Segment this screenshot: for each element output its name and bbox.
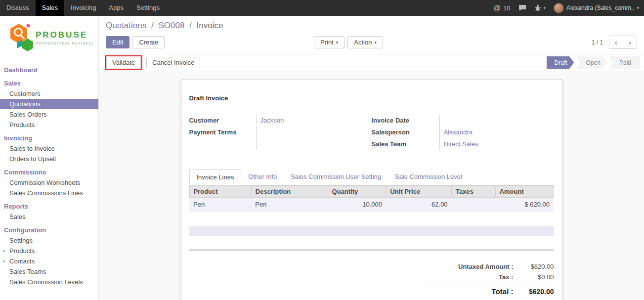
action-button[interactable]: Action▾	[347, 36, 383, 48]
sidebar-item-sales-commissions-lines[interactable]: Sales Commissions Lines	[0, 188, 98, 198]
status-steps: Draft Open Paid	[546, 56, 640, 69]
nav-section-sales: Sales Customers Quotations Sales Orders …	[0, 78, 98, 130]
sidebar-item-quotations[interactable]: Quotations	[0, 99, 98, 109]
user-menu[interactable]: Alexandra (Sales_comm.. ▾	[554, 3, 639, 13]
sidebar-item-orders-to-upsell[interactable]: Orders to Upsell	[0, 154, 98, 164]
cancel-invoice-button[interactable]: Cancel Invoice	[146, 57, 200, 68]
chevron-down-icon: ▾	[336, 40, 339, 45]
nav-section-reports: Reports Sales	[0, 201, 98, 222]
sidebar-item-sales-orders[interactable]: Sales Orders	[0, 109, 98, 120]
totals-section: Untaxed Amount : $620.00 Tax : $0.00 Tot…	[189, 261, 554, 297]
mention-counter[interactable]: @ 10	[494, 4, 511, 12]
tax-value: $0.00	[514, 273, 554, 281]
sidebar-item-settings[interactable]: Settings	[0, 235, 98, 246]
invoice-date-label: Invoice Date	[372, 115, 439, 127]
mention-count: 10	[503, 4, 510, 12]
salesperson-label: Salesperson	[372, 127, 439, 138]
cell-unit-price: 62.00	[386, 198, 452, 212]
col-header-taxes[interactable]: Taxes	[452, 186, 495, 198]
breadcrumb-separator: /	[189, 21, 192, 30]
pager-value: 1 / 1	[592, 39, 603, 46]
menu-invoicing[interactable]: Invoicing	[64, 0, 102, 16]
cell-description: Pen	[251, 198, 328, 212]
sidebar-item-config-products[interactable]: ▸Products	[0, 246, 98, 256]
tab-sales-commission-user-setting[interactable]: Sales Commission User Setting	[284, 169, 388, 185]
tax-label: Tax :	[423, 273, 514, 281]
print-label: Print	[320, 39, 334, 46]
topbar: Discuss Sales Invoicing Apps Settings @ …	[0, 0, 644, 16]
menu-settings[interactable]: Settings	[130, 0, 166, 16]
sidebar-item-config-contacts[interactable]: ▸Contacts	[0, 256, 98, 266]
invoice-sheet: Draft Invoice Customer Payment Terms Jac…	[181, 79, 562, 300]
breadcrumb-separator: /	[151, 21, 154, 30]
sidebar-heading-sales[interactable]: Sales	[0, 78, 98, 88]
sales-team-label: Sales Team	[372, 138, 439, 150]
untaxed-amount-value: $620.00	[514, 263, 554, 270]
messages-button[interactable]	[518, 4, 526, 11]
sidebar-item-commission-worksheets[interactable]: Commission Worksheets	[0, 177, 98, 188]
breadcrumb-quotations[interactable]: Quotations	[106, 21, 146, 30]
annotation-highlight: Validate	[105, 55, 142, 70]
sidebar-heading-invoicing[interactable]: Invoicing	[0, 133, 98, 143]
sidebar: PROBUSE PROFESSIONAL BUSINESS Dashboard …	[0, 16, 99, 300]
tab-sale-commission-level[interactable]: Sale Commission Level	[388, 169, 469, 185]
chevron-down-icon: ▾	[544, 5, 546, 10]
breadcrumb-so008[interactable]: SO008	[158, 21, 184, 30]
sidebar-item-sales-to-invoice[interactable]: Sales to Invoice	[0, 143, 98, 154]
edit-button[interactable]: Edit	[106, 36, 129, 48]
cell-product[interactable]: Pen	[189, 198, 251, 212]
cell-quantity: 10.000	[328, 198, 386, 212]
sidebar-heading-reports[interactable]: Reports	[0, 201, 98, 212]
table-row[interactable]: Pen Pen 10.000 62.00 $ 620.00	[189, 198, 554, 212]
col-header-product[interactable]: Product	[189, 186, 251, 198]
print-button[interactable]: Print▾	[314, 36, 344, 48]
sidebar-item-dashboard[interactable]: Dashboard	[0, 65, 98, 75]
tab-other-info[interactable]: Other Info	[241, 169, 284, 185]
invoice-date-value[interactable]	[444, 115, 554, 127]
salesperson-value[interactable]: Alexandra	[444, 127, 554, 138]
status-step-open[interactable]: Open	[575, 56, 607, 69]
col-header-description[interactable]: Description	[251, 186, 328, 198]
avatar	[554, 3, 564, 13]
col-header-quantity[interactable]: Quantity	[328, 186, 386, 198]
col-header-unit-price[interactable]: Unit Price	[386, 186, 452, 198]
chat-icon	[518, 4, 526, 11]
menu-apps[interactable]: Apps	[102, 0, 130, 16]
create-button[interactable]: Create	[132, 36, 165, 48]
status-step-paid[interactable]: Paid	[608, 56, 640, 69]
sidebar-item-products[interactable]: Products	[0, 120, 98, 130]
debug-menu[interactable]: ▾	[534, 4, 546, 11]
validate-button[interactable]: Validate	[106, 57, 141, 68]
sidebar-item-sales-commission-levels[interactable]: Sales Commission Levels	[0, 277, 98, 287]
sidebar-heading-commissions[interactable]: Commissions	[0, 167, 98, 177]
pager-next-button[interactable]: ›	[623, 36, 637, 49]
expand-caret-icon: ▸	[3, 247, 6, 255]
customer-value[interactable]: Jackson	[260, 115, 372, 127]
customer-label: Customer	[189, 115, 256, 127]
col-header-amount[interactable]: Amount	[495, 186, 554, 198]
bug-icon	[534, 4, 541, 11]
sidebar-item-customers[interactable]: Customers	[0, 88, 98, 99]
nav-section-configuration: Configuration Settings ▸Products ▸Contac…	[0, 225, 98, 287]
pager-previous-button[interactable]: ‹	[609, 36, 623, 49]
menu-sales[interactable]: Sales	[36, 0, 65, 16]
sidebar-item-reports-sales[interactable]: Sales	[0, 212, 98, 222]
cell-amount: $ 620.00	[495, 198, 554, 212]
sidebar-heading-configuration[interactable]: Configuration	[0, 225, 98, 235]
status-step-draft[interactable]: Draft	[547, 56, 574, 69]
menu-discuss[interactable]: Discuss	[0, 0, 36, 16]
sidebar-item-sales-teams[interactable]: Sales Teams	[0, 266, 98, 277]
chevron-down-icon: ▾	[637, 5, 639, 10]
separator-line	[189, 249, 554, 251]
payment-terms-value[interactable]	[260, 127, 372, 138]
topbar-right: @ 10 ▾ Alexandra (Sales_comm.. ▾	[494, 3, 639, 13]
mention-icon: @	[494, 4, 501, 12]
main-area: Quotations / SO008 / Invoice Edit Create…	[99, 16, 644, 300]
company-logo: PROBUSE PROFESSIONAL BUSINESS	[0, 16, 98, 65]
action-label: Action	[354, 39, 372, 46]
notebook-tabs: Invoice Lines Other Info Sales Commissio…	[189, 169, 554, 185]
tab-invoice-lines[interactable]: Invoice Lines	[189, 169, 242, 185]
app-menu: Discuss Sales Invoicing Apps Settings	[0, 0, 166, 16]
breadcrumb: Quotations / SO008 / Invoice	[106, 21, 637, 31]
sales-team-value[interactable]: Direct Sales	[444, 138, 554, 150]
